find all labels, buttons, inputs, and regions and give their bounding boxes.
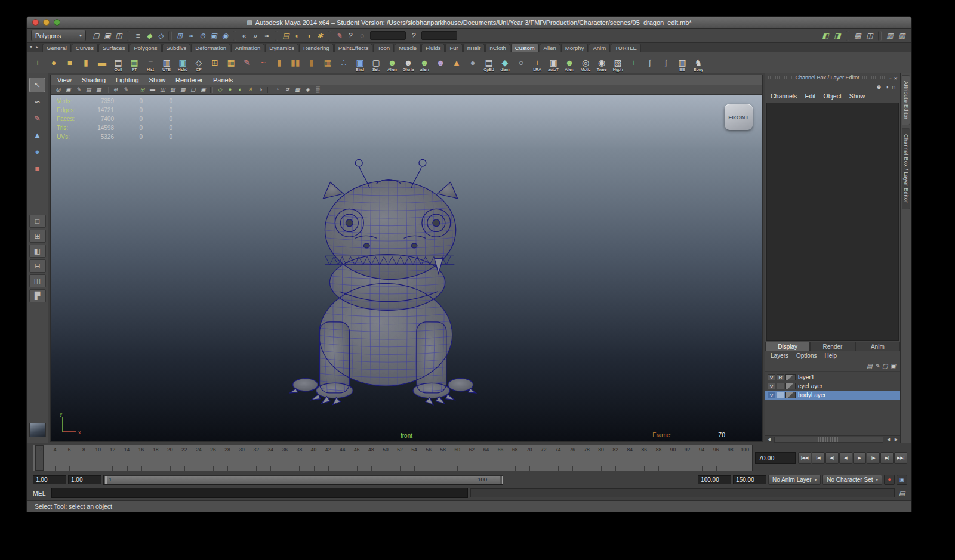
render-settings-icon[interactable]: ✱ [315,30,325,41]
shelf-tab[interactable]: Morphy [561,44,589,52]
status-icon[interactable] [233,31,236,41]
shelf-tab[interactable]: Animation [231,44,264,52]
gloria-character-icon[interactable]: ☻ Gloria [401,54,416,71]
timeline-tick[interactable]: 40 [306,445,321,471]
layout-preview-thumbnail[interactable] [29,423,46,437]
camera-attributes-icon[interactable]: ✎ [74,86,83,94]
layer-color-swatch[interactable] [785,392,796,398]
show-heads-up-icon[interactable]: ◫ [864,30,875,41]
tween-icon[interactable]: ◉ Twee [594,54,609,71]
xray-icon[interactable]: ▒ [313,86,322,94]
command-line-mode[interactable]: MEL [33,490,49,497]
view-cube[interactable]: FRONT [725,104,753,130]
new-layer-from-selected-icon[interactable]: ▣ [891,362,896,369]
layer-name[interactable]: layer1 [797,374,814,380]
timeline-tick[interactable]: 92 [680,445,695,471]
rotate-tool[interactable]: ● [29,144,45,159]
barrel-stack-icon[interactable]: ▮▮ [288,54,303,71]
layout-four-pane-button[interactable]: ⊞ [29,230,46,243]
animation-start-field[interactable]: 1.00 [33,475,66,484]
sidebar-tab[interactable]: Channel Box / Layer Editor [902,128,910,209]
document-proxy-icon[interactable]: ▤ [247,19,252,26]
layer-editor-tab[interactable]: Display [765,342,810,351]
menu-set-dropdown[interactable]: Polygons ▾ [31,30,86,41]
timeline-tick[interactable]: 94 [695,445,709,471]
joint-icon[interactable]: ○ [513,54,529,71]
timeline-tick[interactable]: 16 [134,445,149,471]
playback-start-field[interactable]: 1.00 [68,475,101,484]
construction-history-icon[interactable]: ≈ [261,30,272,41]
shelf-tab[interactable]: Alien [540,44,560,52]
wireframe-icon[interactable]: ◇ [215,86,224,94]
animation-preferences-button[interactable]: ▣ [897,475,907,485]
panel-toolbar-icon[interactable] [210,87,213,93]
timeline-tick[interactable]: 56 [421,445,436,471]
snap-to-point-icon[interactable]: ⊙ [197,30,208,41]
status-icon[interactable] [168,31,172,41]
hyperbolic-slider-icon[interactable]: ∩ [892,83,896,90]
scrollbar-track[interactable] [774,437,883,443]
viewport-canvas[interactable]: Verts: 7359 0 0 Edges: 14721 0 0 Faces: … [51,95,762,441]
play-backwards-button[interactable]: ◀ [839,452,852,464]
timeline-tick[interactable]: 80 [594,445,608,471]
uv-grid-icon[interactable]: ⊞ [207,54,223,71]
ee-icon[interactable]: ▥ EE [674,54,690,71]
shelf-tab[interactable]: Dynamics [265,44,298,52]
layer-display-type-toggle[interactable] [777,392,784,398]
hypergraph-icon[interactable]: ▧ Hgph [610,54,626,71]
status-icon[interactable] [127,31,130,41]
snap-to-grid-icon[interactable]: ⊞ [174,30,185,41]
playback-end-field[interactable]: 100.00 [698,475,731,484]
shelf-tab[interactable]: Surfaces [98,44,130,52]
timeline-tick[interactable]: 50 [378,445,393,471]
dragon-model-wireframe[interactable] [51,95,762,441]
timeline-tick[interactable]: 44 [335,445,350,471]
quick-help-input[interactable] [421,31,457,40]
ipr-render-icon[interactable]: ◑ [303,30,314,41]
layer-scrollbar[interactable]: ◀ ◀ ▶ [765,435,900,443]
film-gate-icon[interactable]: ▬ [148,86,157,94]
quick-selection-input[interactable] [370,31,406,40]
move-tool[interactable]: ▲ [29,128,45,143]
layer-visibility-toggle[interactable]: V [768,383,775,389]
shelf-tab[interactable]: Anim [589,44,610,52]
step-forward-frame-button[interactable]: ▶| [880,452,894,464]
scrollbar-thumb[interactable] [818,437,838,442]
select-by-object-icon[interactable]: ◆ [144,30,155,41]
shelf-tab[interactable]: Rendering [299,44,334,52]
toggle-attribute-editor-icon[interactable]: ▥ [885,30,895,41]
poly-cube-icon[interactable]: ■ [62,54,78,71]
grease-pencil-icon[interactable]: ✎ [121,86,130,94]
timeline-tick[interactable]: 42 [321,445,335,471]
component-editor2-icon[interactable]: ▤ CpEd [481,54,497,71]
channel-box-menu[interactable]: Channels [771,92,797,100]
range-end-handle[interactable] [500,476,503,484]
toggle-channel-box-icon[interactable]: ▥ [897,30,907,41]
set-driven-key-icon[interactable]: ▢ Set. [368,54,384,71]
timeline-tick[interactable]: 74 [551,445,565,471]
timeline-tick[interactable]: 98 [723,445,738,471]
add-shelf-item-icon[interactable]: + [626,54,642,71]
range-slider[interactable]: 1 100 [103,475,503,485]
timeline-tick[interactable]: 100 [738,445,752,471]
scroll-right-icon[interactable]: ▶ [892,437,900,442]
shelf-tab[interactable]: Polygons [130,44,161,52]
quick-selection-icon[interactable]: ◌ [357,30,368,41]
current-time-field[interactable]: 70.00 [755,452,796,464]
panel-toolbar-icon[interactable] [106,87,109,93]
alien2-icon[interactable]: ☻ Alien [562,54,577,71]
toggle-full-ui-icon[interactable]: ◧ [820,30,831,41]
timeline-tick[interactable]: 36 [278,445,292,471]
new-scene-icon[interactable]: ▢ [91,30,101,41]
shelf-tab[interactable]: Custom [511,44,539,52]
alien-character-icon[interactable]: ☻ Alien [384,54,400,71]
barrel-group-icon[interactable]: ▮ [304,54,319,71]
timeline-tick[interactable]: 22 [177,445,192,471]
panel-menu[interactable]: View [57,76,72,83]
motion-icon[interactable]: ◎ Motic [578,54,593,71]
go-to-end-button[interactable]: ▶▶| [894,452,907,464]
status-icon[interactable] [275,31,278,41]
field-chart-icon[interactable]: ▦ [178,86,187,94]
channel-box-menu[interactable]: Object [823,92,841,100]
shelf-tab[interactable]: Fluids [421,44,445,52]
